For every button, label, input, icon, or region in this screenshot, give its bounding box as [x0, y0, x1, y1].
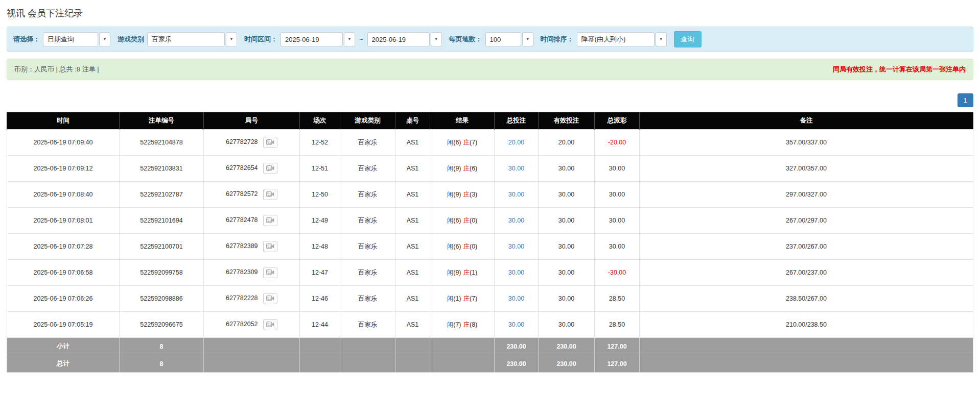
page-size-label: 每页笔数： — [449, 35, 482, 44]
total-bet-link[interactable]: 30.00 — [508, 165, 524, 172]
cell-round-id: 627782389 — [204, 234, 300, 260]
game-type-input[interactable] — [147, 32, 225, 46]
result-banker-score: (1) — [470, 269, 477, 276]
cell-table-no: AS1 — [395, 208, 430, 234]
grand-total-empty-table — [395, 355, 430, 373]
video-camera-icon — [266, 269, 274, 276]
time-sort-combo: ▼ — [577, 32, 667, 46]
cell-result: 闲(9)庄(1) — [430, 260, 495, 286]
table-row: 2025-06-19 07:08:40 522592102787 6277825… — [7, 182, 973, 208]
cell-note: 237.00/267.00 — [640, 234, 973, 260]
video-replay-button[interactable] — [263, 267, 277, 278]
cell-note: 238.50/267.00 — [640, 286, 973, 312]
game-type-label: 游戏类别 — [118, 35, 144, 44]
header-time: 时间 — [7, 112, 120, 130]
result-player-label: 闲 — [447, 243, 454, 250]
table-row: 2025-06-19 07:05:19 522592096675 6277820… — [7, 312, 973, 338]
video-replay-button[interactable] — [263, 319, 277, 330]
chevron-down-icon: ▼ — [434, 37, 438, 41]
cell-game-type: 百家乐 — [340, 208, 395, 234]
total-bet-link[interactable]: 30.00 — [508, 217, 524, 224]
cell-result: 闲(6)庄(0) — [430, 208, 495, 234]
time-sort-dropdown-button[interactable]: ▼ — [656, 32, 667, 46]
cell-result: 闲(6)庄(0) — [430, 234, 495, 260]
summary-bar: 币别：人民币 | 总共 :8 注单 | 同局有效投注，统一计算在该局第一张注单内 — [7, 59, 973, 80]
cell-payout: 30.00 — [595, 234, 640, 260]
cell-payout: 28.50 — [595, 312, 640, 338]
video-replay-button[interactable] — [263, 163, 277, 174]
page-size-dropdown-button[interactable]: ▼ — [522, 32, 533, 46]
grand-total-empty-note — [640, 355, 973, 373]
total-bet-link[interactable]: 30.00 — [508, 321, 524, 328]
header-round-id: 局号 — [204, 112, 300, 130]
cell-total-bet: 30.00 — [495, 286, 539, 312]
video-replay-button[interactable] — [263, 241, 277, 252]
result-player-score: (9) — [453, 165, 461, 172]
date-to-input[interactable] — [367, 32, 430, 46]
cell-result: 闲(6)庄(7) — [430, 130, 495, 156]
cell-bet-id: 522592104878 — [120, 130, 204, 156]
video-replay-button[interactable] — [263, 215, 277, 226]
subtotal-payout: 127.00 — [595, 338, 640, 355]
subtotal-row: 小计 8 230.00 230.00 127.00 — [7, 338, 973, 355]
result-banker-label: 庄 — [463, 217, 470, 224]
result-player-score: (7) — [453, 321, 461, 328]
pagination-page-1-button[interactable]: 1 — [958, 93, 973, 107]
table-row: 2025-06-19 07:09:12 522592103831 6277826… — [7, 156, 973, 182]
date-from-dropdown-button[interactable]: ▼ — [344, 32, 355, 46]
cell-valid-bet: 30.00 — [539, 234, 595, 260]
cell-game-type: 百家乐 — [340, 312, 395, 338]
page-size-combo: ▼ — [485, 32, 533, 46]
total-bet-link[interactable]: 30.00 — [508, 269, 524, 276]
select-type-combo: ▼ — [43, 32, 110, 46]
select-type-input[interactable] — [43, 32, 98, 46]
cell-bet-id: 522592099758 — [120, 260, 204, 286]
select-type-dropdown-button[interactable]: ▼ — [99, 32, 110, 46]
result-banker-score: (7) — [470, 139, 477, 146]
result-banker-score: (7) — [470, 295, 477, 302]
cell-time: 2025-06-19 07:09:12 — [7, 156, 120, 182]
total-bet-link[interactable]: 30.00 — [508, 295, 524, 302]
table-row: 2025-06-19 07:08:01 522592101694 6277824… — [7, 208, 973, 234]
total-bet-link[interactable]: 30.00 — [508, 191, 524, 198]
cell-bet-id: 522592100701 — [120, 234, 204, 260]
subtotal-empty-game — [340, 338, 395, 355]
page-size-input[interactable] — [485, 32, 521, 46]
cell-valid-bet: 20.00 — [539, 130, 595, 156]
cell-time: 2025-06-19 07:09:40 — [7, 130, 120, 156]
video-camera-icon — [266, 139, 274, 145]
table-header-row: 时间 注单编号 局号 场次 游戏类别 桌号 结果 总投注 有效投注 总派彩 备注 — [7, 112, 973, 130]
game-type-dropdown-button[interactable]: ▼ — [226, 32, 237, 46]
grand-total-total-bet: 230.00 — [495, 355, 539, 373]
time-sort-input[interactable] — [577, 32, 655, 46]
grand-total-payout: 127.00 — [595, 355, 640, 373]
select-type-label: 请选择： — [13, 35, 40, 44]
total-bet-link[interactable]: 20.00 — [508, 139, 524, 146]
date-to-dropdown-button[interactable]: ▼ — [431, 32, 442, 46]
betting-records-table: 时间 注单编号 局号 场次 游戏类别 桌号 结果 总投注 有效投注 总派彩 备注… — [7, 112, 973, 373]
cell-result: 闲(7)庄(8) — [430, 312, 495, 338]
date-range-tilde: ~ — [359, 36, 363, 43]
search-button[interactable]: 查询 — [674, 31, 702, 47]
page: 视讯 会员下注纪录 请选择： ▼ 游戏类别 ▼ 时间区间： ▼ ~ ▼ 每页笔数… — [0, 0, 980, 383]
result-banker-score: (0) — [470, 243, 477, 250]
summary-notice: 同局有效投注，统一计算在该局第一张注单内 — [833, 65, 966, 74]
video-camera-icon — [266, 191, 274, 198]
result-banker-label: 庄 — [463, 165, 470, 172]
chevron-down-icon: ▼ — [659, 37, 663, 41]
cell-time: 2025-06-19 07:06:58 — [7, 260, 120, 286]
subtotal-valid-bet: 230.00 — [539, 338, 595, 355]
cell-note: 267.00/237.00 — [640, 260, 973, 286]
cell-session: 12-48 — [300, 234, 340, 260]
cell-table-no: AS1 — [395, 156, 430, 182]
cell-session: 12-46 — [300, 286, 340, 312]
subtotal-empty-note — [640, 338, 973, 355]
result-banker-score: (0) — [470, 217, 477, 224]
date-from-input[interactable] — [281, 32, 343, 46]
cell-time: 2025-06-19 07:05:19 — [7, 312, 120, 338]
video-replay-button[interactable] — [263, 293, 277, 304]
video-replay-button[interactable] — [263, 137, 277, 148]
grand-total-empty-game — [340, 355, 395, 373]
total-bet-link[interactable]: 30.00 — [508, 243, 524, 250]
video-replay-button[interactable] — [263, 189, 277, 200]
